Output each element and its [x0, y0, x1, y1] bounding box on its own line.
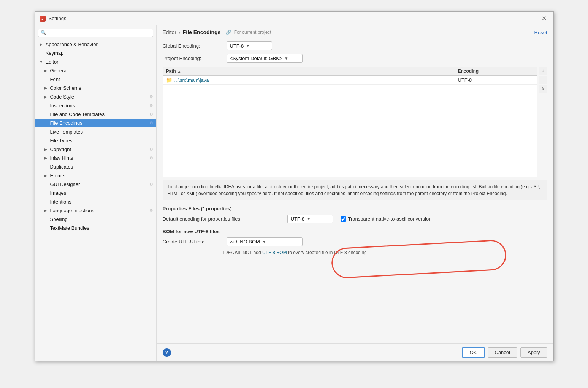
settings-badge-icon: ⚙ — [149, 156, 153, 161]
arrow-icon: ▶ — [44, 208, 49, 213]
arrow-icon: ▶ — [44, 95, 49, 99]
link-icon: 🔗 — [226, 30, 231, 35]
sidebar-item-label: Keymap — [46, 50, 64, 56]
main-content: 🔍 ▶Appearance & BehaviorKeymap▼Editor▶Ge… — [35, 25, 553, 361]
sidebar-item-font[interactable]: Font — [35, 75, 156, 84]
sidebar-item-label: Color Scheme — [50, 85, 81, 91]
sidebar-item-label: Inspections — [50, 103, 75, 108]
titlebar-left: J Settings — [40, 16, 67, 22]
encoding-table-wrapper: Path ▲ Encoding 📁...\src\main\javaUTF-8 … — [163, 67, 547, 177]
sidebar-item-emmet[interactable]: ▶Emmet — [35, 171, 156, 180]
app-icon: J — [40, 16, 46, 22]
arrow-icon: ▶ — [44, 173, 49, 178]
sidebar-item-label: Emmet — [50, 173, 66, 178]
sidebar-item-keymap[interactable]: Keymap — [35, 49, 156, 57]
sidebar-item-textmate-bundles[interactable]: TextMate Bundles — [35, 224, 156, 232]
table-rows: 📁...\src\main\javaUTF-8 — [163, 76, 537, 85]
titlebar: J Settings ✕ — [35, 12, 553, 25]
sidebar-item-file-types[interactable]: File Types — [35, 136, 156, 145]
create-utf8-arrow: ▼ — [262, 240, 266, 244]
sidebar-item-label: Copyright — [50, 146, 71, 152]
sidebar-item-label: GUI Designer — [50, 181, 80, 187]
sidebar-item-label: Images — [50, 190, 67, 196]
sidebar-item-label: Font — [50, 76, 60, 82]
bom-section-title: BOM for new UTF-8 files — [163, 229, 547, 234]
reset-button[interactable]: Reset — [534, 30, 547, 35]
sidebar-item-general[interactable]: ▶General — [35, 66, 156, 75]
add-path-button[interactable]: + — [539, 67, 547, 75]
sidebar-item-code-style[interactable]: ▶Code Style⚙ — [35, 92, 156, 101]
edit-path-button[interactable]: ✎ — [539, 85, 547, 93]
table-row[interactable]: 📁...\src\main\javaUTF-8 — [163, 76, 537, 85]
sidebar-item-inlay-hints[interactable]: ▶Inlay Hints⚙ — [35, 154, 156, 162]
project-encoding-label: Project Encoding: — [163, 56, 223, 61]
project-encoding-dropdown[interactable]: <System Default: GBK> ▼ — [227, 54, 303, 63]
create-utf8-dropdown[interactable]: with NO BOM ▼ — [227, 237, 303, 246]
sidebar-item-label: Code Style — [50, 94, 74, 100]
project-encoding-arrow: ▼ — [285, 56, 288, 60]
create-utf8-row: Create UTF-8 files: with NO BOM ▼ — [163, 237, 547, 246]
folder-icon: 📁 — [166, 77, 172, 83]
sidebar-item-copyright[interactable]: ▶Copyright⚙ — [35, 145, 156, 154]
sidebar-item-label: Duplicates — [50, 164, 73, 170]
sidebar-item-file-encodings[interactable]: File Encodings⚙ — [35, 119, 156, 127]
sidebar-item-gui-designer[interactable]: GUI Designer⚙ — [35, 180, 156, 189]
sidebar-item-label: File Types — [50, 138, 73, 143]
remove-path-button[interactable]: − — [539, 76, 547, 84]
sidebar-item-images[interactable]: Images — [35, 189, 156, 197]
search-input[interactable] — [48, 30, 151, 35]
breadcrumb-current: File Encodings — [183, 29, 221, 35]
sidebar-item-label: Editor — [46, 59, 59, 65]
settings-badge-icon: ⚙ — [149, 103, 153, 108]
for-project[interactable]: 🔗 For current project — [226, 30, 271, 35]
sidebar-item-live-templates[interactable]: Live Templates — [35, 127, 156, 136]
sidebar-item-appearance[interactable]: ▶Appearance & Behavior — [35, 40, 156, 49]
sidebar-item-label: File Encodings — [50, 120, 82, 126]
encoding-cell: UTF-8 — [458, 77, 534, 83]
sidebar-item-duplicates[interactable]: Duplicates — [35, 162, 156, 171]
for-project-label: For current project — [234, 30, 271, 35]
bom-note: IDEA will NOT add UTF-8 BOM to every cre… — [163, 250, 547, 255]
transparent-checkbox[interactable] — [341, 216, 346, 222]
ok-button[interactable]: OK — [462, 347, 485, 358]
sidebar-item-label: File and Code Templates — [50, 111, 105, 117]
arrow-icon: ▶ — [44, 147, 49, 151]
breadcrumb-parent: Editor — [163, 29, 177, 35]
sidebar: 🔍 ▶Appearance & BehaviorKeymap▼Editor▶Ge… — [35, 25, 157, 361]
arrow-icon: ▶ — [44, 86, 49, 90]
settings-badge-icon: ⚙ — [149, 147, 153, 152]
sidebar-item-label: Language Injections — [50, 208, 94, 213]
path-text: ...\src\main\java — [174, 77, 209, 83]
sidebar-item-spelling[interactable]: Spelling — [35, 215, 156, 224]
apply-button[interactable]: Apply — [520, 347, 547, 358]
arrow-icon: ▶ — [44, 68, 49, 73]
breadcrumb: Editor › File Encodings 🔗 For current pr… — [163, 29, 271, 35]
settings-badge-icon: ⚙ — [149, 182, 153, 187]
sidebar-item-label: Appearance & Behavior — [46, 41, 98, 47]
description-box: To change encoding IntelliJ IDEA uses fo… — [163, 180, 547, 200]
col-path-header: Path ▲ — [166, 68, 458, 74]
close-button[interactable]: ✕ — [539, 14, 549, 23]
global-encoding-row: Global Encoding: UTF-8 ▼ — [163, 41, 547, 50]
sidebar-item-file-code-templates[interactable]: File and Code Templates⚙ — [35, 110, 156, 119]
help-button[interactable]: ? — [163, 348, 171, 357]
sidebar-item-editor[interactable]: ▼Editor — [35, 57, 156, 66]
arrow-icon: ▶ — [40, 42, 44, 46]
default-encoding-label: Default encoding for properties files: — [163, 216, 284, 222]
create-utf8-label: Create UTF-8 files: — [163, 239, 223, 245]
sort-arrow: ▲ — [178, 69, 181, 73]
sidebar-item-label: General — [50, 68, 68, 73]
sidebar-item-inspections[interactable]: Inspections⚙ — [35, 101, 156, 110]
cancel-button[interactable]: Cancel — [488, 347, 517, 358]
sidebar-item-language-injections[interactable]: ▶Language Injections⚙ — [35, 206, 156, 215]
default-encoding-dropdown[interactable]: UTF-8 ▼ — [287, 215, 333, 223]
main-panel: Editor › File Encodings 🔗 For current pr… — [157, 25, 553, 361]
sidebar-item-intentions[interactable]: Intentions — [35, 197, 156, 206]
panel-content: Global Encoding: UTF-8 ▼ Project Encodin… — [157, 38, 553, 343]
sidebar-item-label: Inlay Hints — [50, 155, 73, 161]
default-encoding-dd-arrow: ▼ — [307, 217, 311, 221]
sidebar-item-color-scheme[interactable]: ▶Color Scheme — [35, 84, 156, 92]
default-encoding-row: Default encoding for properties files: U… — [163, 215, 547, 223]
global-encoding-dropdown[interactable]: UTF-8 ▼ — [227, 41, 272, 50]
bom-note-link[interactable]: UTF-8 BOM — [262, 250, 287, 255]
